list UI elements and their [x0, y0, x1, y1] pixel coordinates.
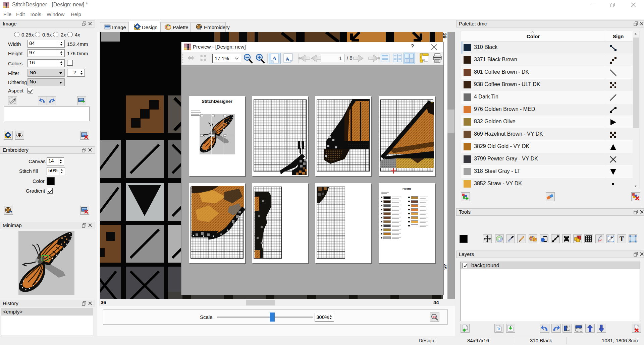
svg-text:A: A	[272, 55, 277, 62]
svg-text:x1: x1	[433, 315, 436, 319]
svg-text:T: T	[620, 235, 624, 243]
